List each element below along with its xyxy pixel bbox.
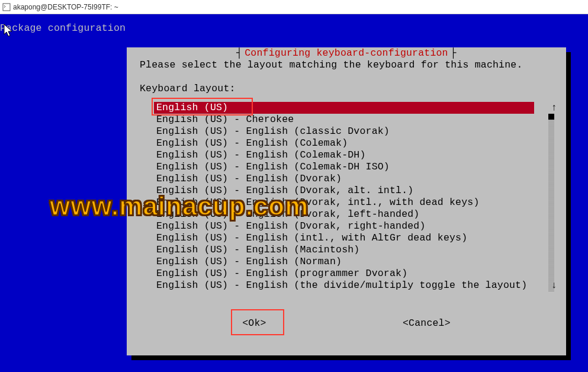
- list-item[interactable]: English (US) - English (classic Dvorak): [154, 126, 545, 137]
- dialog-title-row: ┤ Configuring keyboard-configuration ├: [131, 47, 561, 59]
- list-item[interactable]: English (US) - English (Colemak-DH): [154, 149, 545, 161]
- list-item[interactable]: English (US) - English (Dvorak, right-ha…: [154, 220, 545, 232]
- dialog-instruction: Please select the layout matching the ke…: [140, 59, 557, 71]
- cancel-button[interactable]: <Cancel>: [396, 316, 458, 331]
- list-item[interactable]: English (US) - English (Dvorak, alt. int…: [154, 185, 545, 197]
- package-configuration-header: Package configuration: [0, 23, 126, 34]
- list-item[interactable]: English (US) - Cherokee: [154, 114, 545, 126]
- list-item[interactable]: English (US) - English (Macintosh): [154, 244, 545, 256]
- keyboard-layout-list[interactable]: English (US)English (US) - CherokeeEngli…: [154, 102, 545, 291]
- terminal-icon: [2, 3, 11, 11]
- dialog: ┤ Configuring keyboard-configuration ├ P…: [127, 47, 566, 355]
- scroll-up-arrow-icon[interactable]: ↑: [551, 102, 557, 114]
- list-item[interactable]: English (US) - English (Dvorak): [154, 173, 545, 185]
- ok-button[interactable]: <Ok>: [235, 316, 273, 331]
- scroll-down-arrow-icon[interactable]: ↓: [551, 280, 557, 291]
- dialog-content: Please select the layout matching the ke…: [140, 59, 557, 97]
- list-item[interactable]: English (US) - English (Dvorak, intl., w…: [154, 197, 545, 209]
- list-item[interactable]: English (US) - English (intl., with AltG…: [154, 232, 545, 244]
- dialog-title: Configuring keyboard-configuration: [242, 47, 450, 59]
- list-item[interactable]: English (US) - English (Colemak): [154, 137, 545, 149]
- svg-rect-0: [3, 4, 10, 11]
- terminal-area: Package configuration ┤ Configuring keyb…: [0, 14, 588, 372]
- window-titlebar: akapong@DESKTOP-75I99TF: ~: [0, 0, 588, 14]
- list-item[interactable]: English (US) - English (programmer Dvora…: [154, 268, 545, 280]
- list-item[interactable]: English (US) - English (Dvorak, left-han…: [154, 209, 545, 220]
- dialog-buttons: <Ok> <Cancel>: [127, 316, 566, 331]
- list-item[interactable]: English (US): [154, 102, 534, 114]
- list-item[interactable]: English (US) - English (Colemak-DH ISO): [154, 161, 545, 173]
- window-title: akapong@DESKTOP-75I99TF: ~: [13, 3, 118, 11]
- dialog-label: Keyboard layout:: [140, 83, 557, 95]
- scroll-indicators: ↑ ↓: [547, 102, 561, 291]
- list-item[interactable]: English (US) - English (Norman): [154, 256, 545, 268]
- list-item[interactable]: English (US) - English (the divide/multi…: [154, 280, 545, 291]
